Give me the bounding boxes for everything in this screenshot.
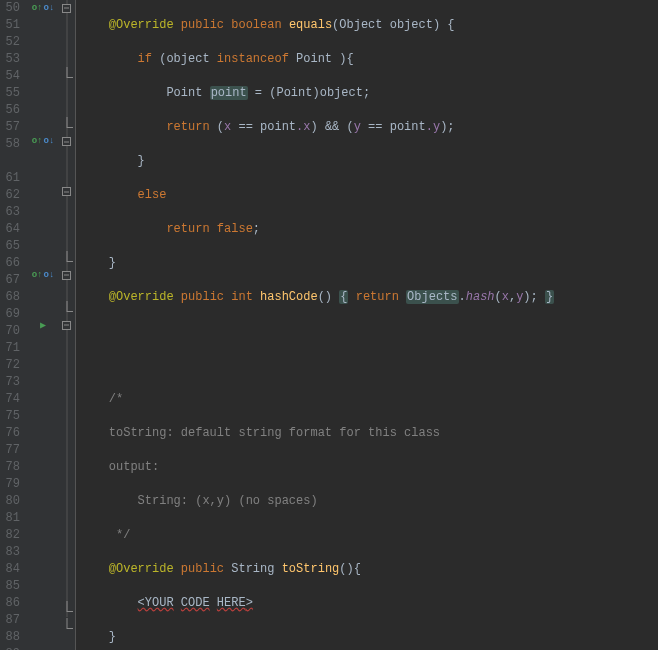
override-marker[interactable]: o↑o↓: [28, 0, 58, 17]
line-number: 54: [0, 68, 20, 85]
line-numbers: 50 51 52 53 54 55 56 57 58 61 62 63 64 6…: [0, 0, 28, 650]
line-number: 53: [0, 51, 20, 68]
fold-end-icon: [62, 309, 71, 314]
code-line: <YOUR CODE HERE>: [80, 595, 658, 612]
line-number: 84: [0, 561, 20, 578]
code-line: toString: default string format for this…: [80, 425, 658, 442]
line-number: 68: [0, 289, 20, 306]
code-line: }: [80, 629, 658, 646]
line-number: 63: [0, 204, 20, 221]
fold-toggle-icon[interactable]: [62, 321, 71, 330]
override-up-icon: o↑: [32, 133, 43, 150]
line-number: 71: [0, 340, 20, 357]
line-number: 72: [0, 357, 20, 374]
code-line: [80, 323, 658, 340]
line-number: 83: [0, 544, 20, 561]
line-number: 61: [0, 170, 20, 187]
code-line: }: [80, 255, 658, 272]
line-number: 73: [0, 374, 20, 391]
line-number: 69: [0, 306, 20, 323]
line-number: 64: [0, 221, 20, 238]
code-line: }: [80, 153, 658, 170]
code-line: String: (x,y) (no spaces): [80, 493, 658, 510]
line-number: 79: [0, 476, 20, 493]
gutter-markers: o↑o↓ o↑o↓ o↑o↓ ▶: [28, 0, 58, 650]
line-number: 65: [0, 238, 20, 255]
line-number: 70: [0, 323, 20, 340]
code-line: else: [80, 187, 658, 204]
line-number: 51: [0, 17, 20, 34]
code-line: @Override public boolean equals(Object o…: [80, 17, 658, 34]
line-number: 67: [0, 272, 20, 289]
line-number: 56: [0, 102, 20, 119]
fold-toggle-icon[interactable]: [62, 271, 71, 280]
line-number: 66: [0, 255, 20, 272]
code-line: output:: [80, 459, 658, 476]
editor-gutter: 50 51 52 53 54 55 56 57 58 61 62 63 64 6…: [0, 0, 76, 650]
line-number: 82: [0, 527, 20, 544]
line-number: 76: [0, 425, 20, 442]
line-number: 86: [0, 595, 20, 612]
line-number: 78: [0, 459, 20, 476]
line-number: 80: [0, 493, 20, 510]
code-line: @Override public int hashCode() { return…: [80, 289, 658, 306]
code-line: */: [80, 527, 658, 544]
fold-toggle-icon[interactable]: [62, 4, 71, 13]
line-number: 52: [0, 34, 20, 51]
code-line: return false;: [80, 221, 658, 238]
code-line: @Override public String toString(){: [80, 561, 658, 578]
line-number: 87: [0, 612, 20, 629]
line-number: 89: [0, 646, 20, 650]
fold-toggle-icon[interactable]: [62, 187, 71, 196]
code-line: [80, 357, 658, 374]
line-number: 85: [0, 578, 20, 595]
line-number: 58: [0, 136, 20, 153]
line-number: 88: [0, 629, 20, 646]
override-marker[interactable]: o↑o↓: [28, 133, 58, 150]
line-number: [0, 153, 20, 170]
fold-column: [58, 0, 76, 650]
override-down-icon: o↓: [44, 0, 55, 17]
line-number: 62: [0, 187, 20, 204]
code-editor[interactable]: @Override public boolean equals(Object o…: [76, 0, 658, 650]
line-number: 74: [0, 391, 20, 408]
fold-end-icon: [62, 259, 71, 264]
line-number: 55: [0, 85, 20, 102]
fold-end-icon: [62, 125, 71, 130]
code-line: Point point = (Point)object;: [80, 85, 658, 102]
fold-end-icon: [62, 75, 71, 80]
line-number: 81: [0, 510, 20, 527]
code-line: return (x == point.x) && (y == point.y);: [80, 119, 658, 136]
override-up-icon: o↑: [32, 267, 43, 284]
override-up-icon: o↑: [32, 0, 43, 17]
line-number: 50: [0, 0, 20, 17]
fold-end-icon: [62, 609, 71, 614]
override-down-icon: o↓: [44, 133, 55, 150]
code-line: /*: [80, 391, 658, 408]
line-number: 57: [0, 119, 20, 136]
code-line: if (object instanceof Point ){: [80, 51, 658, 68]
line-number: 75: [0, 408, 20, 425]
override-down-icon: o↓: [44, 267, 55, 284]
fold-end-icon: [62, 626, 71, 631]
run-icon: ▶: [40, 317, 46, 334]
line-number: 77: [0, 442, 20, 459]
run-marker[interactable]: ▶: [28, 317, 58, 334]
fold-toggle-icon[interactable]: [62, 137, 71, 146]
override-marker[interactable]: o↑o↓: [28, 267, 58, 284]
